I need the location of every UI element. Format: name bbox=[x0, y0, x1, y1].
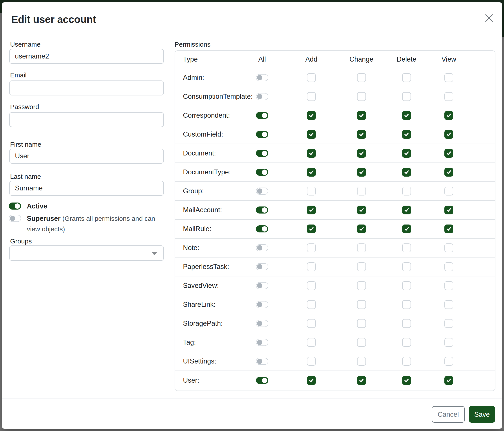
add-checkbox[interactable] bbox=[307, 187, 316, 196]
add-checkbox[interactable] bbox=[307, 206, 316, 214]
delete-checkbox[interactable] bbox=[402, 130, 411, 139]
add-checkbox[interactable] bbox=[307, 224, 316, 233]
view-checkbox[interactable] bbox=[444, 224, 453, 233]
add-checkbox[interactable] bbox=[307, 149, 316, 158]
delete-checkbox[interactable] bbox=[402, 187, 411, 196]
view-checkbox[interactable] bbox=[444, 206, 453, 214]
all-toggle[interactable] bbox=[256, 169, 268, 176]
add-checkbox[interactable] bbox=[307, 300, 316, 309]
all-toggle[interactable] bbox=[256, 282, 268, 289]
delete-checkbox[interactable] bbox=[402, 262, 411, 271]
delete-checkbox[interactable] bbox=[402, 206, 411, 214]
all-toggle[interactable] bbox=[256, 377, 268, 384]
change-checkbox[interactable] bbox=[357, 338, 366, 347]
close-button[interactable] bbox=[484, 13, 494, 23]
add-checkbox[interactable] bbox=[307, 319, 316, 328]
view-checkbox[interactable] bbox=[444, 168, 453, 177]
all-toggle[interactable] bbox=[256, 74, 268, 81]
email-field[interactable] bbox=[9, 81, 164, 95]
add-checkbox[interactable] bbox=[307, 73, 316, 82]
active-toggle[interactable] bbox=[9, 203, 21, 210]
view-checkbox[interactable] bbox=[444, 357, 453, 366]
all-toggle[interactable] bbox=[256, 131, 268, 138]
view-checkbox[interactable] bbox=[444, 149, 453, 158]
delete-checkbox[interactable] bbox=[402, 224, 411, 233]
delete-checkbox[interactable] bbox=[402, 149, 411, 158]
delete-checkbox[interactable] bbox=[402, 92, 411, 101]
superuser-toggle[interactable] bbox=[9, 215, 21, 222]
change-checkbox[interactable] bbox=[357, 281, 366, 290]
change-checkbox[interactable] bbox=[357, 149, 366, 158]
toggle-knob bbox=[15, 203, 20, 209]
view-checkbox[interactable] bbox=[444, 92, 453, 101]
view-checkbox[interactable] bbox=[444, 130, 453, 139]
delete-checkbox[interactable] bbox=[402, 319, 411, 328]
change-checkbox[interactable] bbox=[357, 130, 366, 139]
add-checkbox[interactable] bbox=[307, 130, 316, 139]
change-checkbox[interactable] bbox=[357, 224, 366, 233]
view-checkbox[interactable] bbox=[444, 187, 453, 196]
view-checkbox[interactable] bbox=[444, 300, 453, 309]
delete-checkbox[interactable] bbox=[402, 111, 411, 120]
add-checkbox[interactable] bbox=[307, 111, 316, 120]
change-checkbox[interactable] bbox=[357, 206, 366, 214]
view-checkbox[interactable] bbox=[444, 281, 453, 290]
add-checkbox[interactable] bbox=[307, 338, 316, 347]
delete-checkbox[interactable] bbox=[402, 243, 411, 252]
all-toggle[interactable] bbox=[256, 225, 268, 233]
add-checkbox[interactable] bbox=[307, 281, 316, 290]
add-checkbox[interactable] bbox=[307, 376, 316, 385]
view-checkbox[interactable] bbox=[444, 319, 453, 328]
all-toggle[interactable] bbox=[256, 112, 268, 119]
all-toggle[interactable] bbox=[256, 150, 268, 157]
view-checkbox[interactable] bbox=[444, 338, 453, 347]
change-checkbox[interactable] bbox=[357, 357, 366, 366]
all-toggle[interactable] bbox=[256, 244, 268, 251]
delete-checkbox[interactable] bbox=[402, 281, 411, 290]
delete-checkbox[interactable] bbox=[402, 73, 411, 82]
add-checkbox[interactable] bbox=[307, 243, 316, 252]
all-toggle[interactable] bbox=[256, 358, 268, 365]
delete-checkbox[interactable] bbox=[402, 357, 411, 366]
add-checkbox[interactable] bbox=[307, 262, 316, 271]
change-checkbox[interactable] bbox=[357, 168, 366, 177]
last-name-field[interactable] bbox=[9, 181, 164, 196]
all-toggle[interactable] bbox=[256, 188, 268, 195]
all-toggle[interactable] bbox=[256, 263, 268, 270]
first-name-field[interactable] bbox=[9, 149, 164, 164]
cancel-button[interactable]: Cancel bbox=[432, 406, 465, 423]
change-checkbox[interactable] bbox=[357, 376, 366, 385]
change-checkbox[interactable] bbox=[357, 111, 366, 120]
all-toggle[interactable] bbox=[256, 93, 268, 100]
all-toggle[interactable] bbox=[256, 339, 268, 346]
username-field[interactable] bbox=[9, 49, 164, 64]
view-checkbox[interactable] bbox=[444, 73, 453, 82]
view-checkbox[interactable] bbox=[444, 262, 453, 271]
change-checkbox[interactable] bbox=[357, 319, 366, 328]
change-checkbox[interactable] bbox=[357, 92, 366, 101]
add-checkbox[interactable] bbox=[307, 168, 316, 177]
delete-checkbox[interactable] bbox=[402, 376, 411, 385]
save-button[interactable]: Save bbox=[469, 406, 495, 423]
change-checkbox[interactable] bbox=[357, 187, 366, 196]
view-checkbox[interactable] bbox=[444, 243, 453, 252]
all-toggle[interactable] bbox=[256, 320, 268, 327]
permission-type-label: Document: bbox=[175, 149, 238, 157]
add-checkbox[interactable] bbox=[307, 357, 316, 366]
delete-checkbox[interactable] bbox=[402, 168, 411, 177]
change-checkbox[interactable] bbox=[357, 243, 366, 252]
view-checkbox[interactable] bbox=[444, 111, 453, 120]
all-toggle[interactable] bbox=[256, 301, 268, 308]
password-field[interactable] bbox=[9, 112, 164, 127]
all-toggle[interactable] bbox=[256, 207, 268, 214]
change-checkbox[interactable] bbox=[357, 262, 366, 271]
groups-select[interactable] bbox=[9, 245, 164, 261]
delete-checkbox[interactable] bbox=[402, 338, 411, 347]
permission-row: Admin: bbox=[175, 68, 495, 87]
add-checkbox[interactable] bbox=[307, 92, 316, 101]
delete-checkbox[interactable] bbox=[402, 300, 411, 309]
view-checkbox[interactable] bbox=[444, 376, 453, 385]
change-checkbox[interactable] bbox=[357, 300, 366, 309]
change-checkbox[interactable] bbox=[357, 73, 366, 82]
groups-label: Groups bbox=[10, 237, 32, 245]
